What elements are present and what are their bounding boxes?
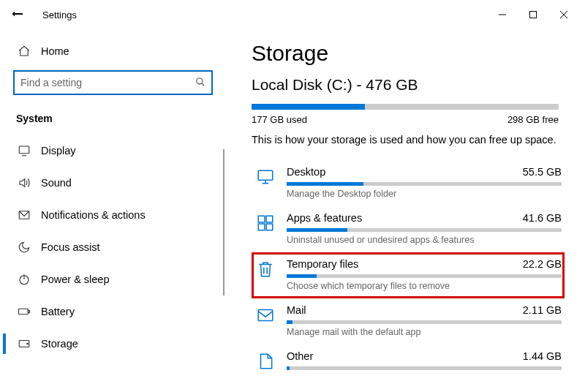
- disk-title: Local Disk (C:) - 476 GB: [252, 76, 565, 94]
- category-subtitle: Uninstall unused or undesired apps & fea…: [287, 235, 562, 245]
- disk-usage-bar: [252, 104, 559, 110]
- main-content: Storage Local Disk (C:) - 476 GB 177 GB …: [227, 29, 585, 392]
- sidebar-item-label: Notifications & actions: [41, 209, 146, 221]
- category-desktop[interactable]: Desktop 55.5 GB Manage the Desktop folde…: [252, 160, 565, 206]
- category-subtitle: Manage the Desktop folder: [287, 189, 562, 199]
- svg-rect-22: [258, 309, 273, 320]
- category-subtitle: Choose which temporary files to remove: [287, 281, 562, 291]
- sidebar-item-label: Sound: [41, 177, 72, 189]
- sidebar-item-notifications[interactable]: Notifications & actions: [0, 199, 226, 231]
- svg-line-5: [202, 83, 205, 86]
- storage-icon: [16, 337, 32, 350]
- sidebar-item-sound[interactable]: Sound: [0, 167, 226, 199]
- svg-rect-18: [258, 216, 265, 222]
- sidebar-item-power-sleep[interactable]: Power & sleep: [0, 263, 226, 295]
- sidebar-item-label: Display: [41, 145, 76, 157]
- other-icon: [254, 350, 276, 372]
- trash-icon: [254, 258, 276, 280]
- notifications-icon: [16, 208, 32, 222]
- svg-rect-12: [29, 311, 30, 313]
- category-size: 2.11 GB: [523, 304, 562, 316]
- sidebar-section-system: System: [0, 102, 226, 135]
- sidebar-item-battery[interactable]: Battery: [0, 295, 226, 328]
- mail-icon: [254, 304, 276, 326]
- disk-usage-fill: [252, 104, 365, 110]
- svg-rect-20: [258, 224, 265, 230]
- titlebar: 🠔 Settings: [0, 0, 585, 29]
- category-mail[interactable]: Mail 2.11 GB Manage mail with the defaul…: [252, 298, 565, 344]
- category-apps-features[interactable]: Apps & features 41.6 GB Uninstall unused…: [252, 206, 565, 252]
- sidebar: Home System Display Sound: [0, 29, 227, 392]
- sidebar-item-display[interactable]: Display: [0, 135, 226, 167]
- search-field[interactable]: [20, 77, 195, 88]
- window-title: Settings: [42, 10, 77, 20]
- category-size: 41.6 GB: [523, 212, 562, 224]
- category-name: Apps & features: [287, 212, 362, 224]
- svg-rect-6: [19, 146, 29, 154]
- sidebar-scrollbar[interactable]: [223, 149, 224, 295]
- svg-rect-19: [266, 216, 273, 222]
- svg-rect-1: [530, 12, 537, 18]
- category-name: Temporary files: [287, 258, 358, 270]
- sidebar-home[interactable]: Home: [0, 35, 226, 67]
- disk-used-label: 177 GB used: [252, 114, 307, 125]
- page-title: Storage: [252, 41, 565, 66]
- search-icon: [195, 77, 205, 89]
- category-name: Desktop: [287, 166, 325, 178]
- category-name: Other: [287, 350, 313, 362]
- display-icon: [16, 144, 32, 157]
- svg-rect-11: [19, 309, 29, 314]
- window-controls: [487, 3, 579, 26]
- disk-free-label: 298 GB free: [507, 114, 559, 125]
- back-button[interactable]: 🠔: [6, 8, 29, 21]
- sidebar-item-label: Power & sleep: [41, 274, 110, 285]
- svg-point-4: [197, 78, 203, 83]
- storage-description: This is how your storage is used and how…: [252, 134, 565, 146]
- sidebar-item-focus-assist[interactable]: Focus assist: [0, 231, 226, 263]
- sidebar-item-label: Home: [41, 45, 69, 57]
- sidebar-item-label: Storage: [41, 338, 78, 350]
- category-size: 55.5 GB: [523, 166, 562, 178]
- maximize-button[interactable]: [518, 3, 548, 26]
- desktop-icon: [254, 166, 276, 188]
- home-icon: [16, 45, 32, 58]
- svg-rect-15: [258, 170, 273, 180]
- category-name: Mail: [287, 304, 306, 316]
- search-input[interactable]: [13, 70, 213, 95]
- category-temporary-files[interactable]: Temporary files 22.2 GB Choose which tem…: [252, 252, 565, 298]
- category-size: 1.44 GB: [523, 350, 562, 362]
- sidebar-item-label: Focus assist: [41, 241, 100, 253]
- minimize-button[interactable]: [487, 3, 518, 26]
- power-icon: [16, 273, 32, 286]
- category-subtitle: Manage mail with the default app: [287, 327, 562, 337]
- disk-usage-labels: 177 GB used 298 GB free: [252, 114, 559, 125]
- close-button[interactable]: [548, 3, 579, 26]
- focus-assist-icon: [16, 241, 32, 254]
- category-other[interactable]: Other 1.44 GB: [252, 344, 565, 380]
- sidebar-item-label: Battery: [41, 306, 75, 317]
- battery-icon: [16, 305, 32, 318]
- sound-icon: [16, 176, 32, 189]
- apps-icon: [254, 212, 276, 234]
- svg-rect-21: [266, 224, 273, 230]
- category-size: 22.2 GB: [523, 258, 562, 270]
- sidebar-item-storage[interactable]: Storage: [0, 328, 226, 360]
- svg-point-14: [27, 343, 29, 344]
